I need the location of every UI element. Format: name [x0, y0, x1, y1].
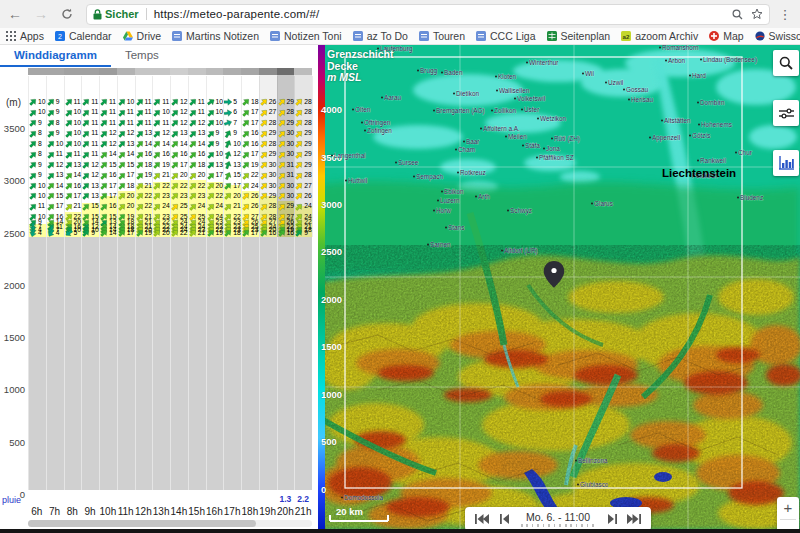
wind-cell: 17: [171, 161, 188, 170]
wind-cell: 16: [100, 171, 117, 180]
skip-end-button[interactable]: [623, 510, 645, 528]
bookmark-item[interactable]: Martins Notizen: [172, 30, 259, 42]
wind-arrow-icon: [276, 159, 287, 170]
map-town-label: Gossau: [626, 86, 648, 93]
secure-badge[interactable]: Sicher: [93, 8, 139, 20]
map-town-label: Dietikon: [456, 90, 480, 97]
wind-cell: 22: [242, 171, 259, 180]
wind-diagram-grid[interactable]: 1091111111011111211105182629281091011111…: [0, 45, 318, 533]
wind-cell: 16: [242, 140, 259, 149]
wind-cell: 19: [153, 161, 170, 170]
wind-arrow-icon: [223, 191, 234, 202]
wind-arrow-icon: [81, 159, 92, 170]
wind-arrow-icon: [294, 191, 305, 202]
town-dot: [737, 197, 739, 199]
lock-icon: [93, 9, 102, 20]
bookmark-item[interactable]: Apps: [6, 30, 44, 42]
town-dot: [507, 210, 509, 212]
wind-cell: 12: [118, 129, 135, 138]
step-back-button[interactable]: [493, 510, 515, 528]
town-dot: [575, 460, 577, 462]
bookmark-item[interactable]: 2Calendar: [55, 30, 112, 42]
wind-cell: 10: [207, 119, 224, 128]
wind-arrow-icon: [98, 97, 109, 108]
wind-cell: 22: [153, 182, 170, 191]
skip-start-button[interactable]: [471, 510, 493, 528]
wind-arrow-icon: [134, 97, 145, 108]
map-layers-button[interactable]: [773, 100, 799, 126]
town-dot: [433, 210, 435, 212]
town-dot: [582, 73, 584, 75]
wind-arrow-icon: [81, 118, 92, 129]
map-sounding-button[interactable]: [773, 150, 799, 176]
time-display[interactable]: Mo. 6. - 11:00: [515, 512, 601, 527]
time-axis-label: 15h: [188, 506, 206, 517]
wind-arrow-icon: [258, 118, 269, 129]
wind-arrow-icon: [63, 227, 74, 238]
wind-diagram-panel: Winddiagramm Temps (m) 10911111110111112…: [0, 45, 318, 530]
chrome-menu-button[interactable]: ⋮: [776, 7, 794, 22]
wind-arrow-icon: [223, 139, 234, 150]
step-forward-button[interactable]: [601, 510, 623, 528]
bookmark-item[interactable]: Touren: [419, 30, 465, 42]
wind-cell: 21: [189, 229, 206, 238]
map-town-label: Zollikon: [494, 107, 516, 114]
map-container[interactable]: 40003500300025002000150010005000 Laufenb…: [318, 45, 800, 530]
bookmark-item[interactable]: Swisscom TV: [755, 30, 800, 42]
url-bar[interactable]: Sicher https://meteo-parapente.com/#/: [86, 4, 770, 25]
wind-speed-value: 26: [304, 193, 312, 200]
town-dot: [496, 90, 498, 92]
bookmark-item[interactable]: a2azoom Archiv: [621, 30, 698, 42]
map-town-label: Altdorf (UR): [504, 247, 538, 255]
back-button[interactable]: ←: [4, 4, 26, 24]
wind-cell: 21: [224, 202, 241, 211]
wind-arrow-icon: [169, 97, 180, 108]
bookmark-star-icon[interactable]: [751, 8, 763, 20]
bookmark-item[interactable]: Seitenplan: [547, 30, 611, 42]
search-page-icon[interactable]: [732, 9, 743, 20]
wind-speed-value: 11: [91, 141, 98, 148]
town-dot: [628, 99, 630, 101]
terrain-map[interactable]: 40003500300025002000150010005000 Laufenb…: [318, 45, 800, 530]
wind-cell: 28: [260, 119, 277, 128]
bookmark-item[interactable]: Notizen Toni: [270, 30, 342, 42]
daylight-bar-segment: [117, 68, 135, 75]
wind-cell: 20: [207, 182, 224, 191]
wind-arrow-icon: [223, 149, 233, 159]
wind-speed-value: 29: [304, 162, 312, 169]
wind-speed-value: 17: [127, 172, 135, 179]
wind-arrow-icon: [134, 159, 145, 170]
wind-cell: 30: [260, 161, 277, 170]
wind-speed-value: 11: [127, 120, 134, 127]
wind-arrow-icon: [223, 160, 233, 170]
wind-cell: 22: [171, 229, 188, 238]
wind-speed-value: 13: [127, 141, 135, 148]
daylight-bar-segment: [64, 68, 82, 75]
map-search-button[interactable]: [773, 50, 799, 76]
map-town-label: Bellinzona: [578, 457, 608, 464]
map-town-label: Rotkreuz: [460, 169, 486, 176]
wind-cell: 8: [29, 129, 46, 138]
scrollbar-thumb[interactable]: [28, 520, 256, 527]
town-dot: [501, 250, 503, 252]
bookmark-item[interactable]: CCC Liga: [476, 30, 536, 42]
altitude-tick-label: 2500: [0, 228, 25, 239]
reload-button[interactable]: [56, 4, 78, 24]
wind-cell: 13: [82, 192, 99, 201]
horizontal-scrollbar[interactable]: [28, 520, 312, 527]
zoom-in-button[interactable]: +: [777, 497, 799, 519]
wind-arrow-icon: [294, 170, 305, 181]
forward-button[interactable]: →: [30, 4, 52, 24]
wind-speed-value: 29: [269, 151, 277, 158]
wind-cell: 11: [100, 119, 117, 128]
map-town-label: Stäfa: [525, 142, 540, 149]
bookmark-item[interactable]: Drive: [123, 30, 162, 42]
wind-cell: 15: [82, 202, 99, 211]
wind-cell: 19: [207, 229, 224, 238]
map-town-label: Schwyz: [510, 207, 532, 215]
map-town-label: Affoltern a.A.: [483, 125, 520, 132]
bookmark-item[interactable]: az To Do: [353, 30, 408, 42]
wind-speed-value: 17: [251, 120, 259, 127]
bookmark-item[interactable]: Map: [709, 30, 743, 42]
time-slider[interactable]: [521, 524, 595, 527]
